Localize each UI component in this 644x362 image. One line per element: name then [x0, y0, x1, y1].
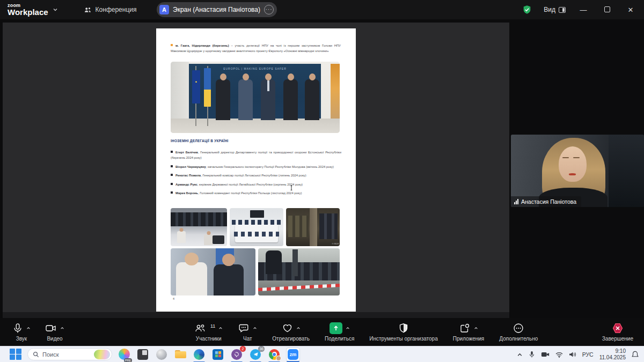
taskbar-app-zoom[interactable]: zm [286, 348, 300, 361]
taskbar-app-viber[interactable]: 2 [230, 348, 244, 361]
list-item: Егерт Белічев, Генеральний директор Депа… [171, 150, 341, 160]
person-silhouette [238, 79, 253, 120]
more-button[interactable]: Дополнительно [497, 321, 540, 343]
tab-conference-label: Конференция [96, 6, 137, 13]
tab-more-icon[interactable]: ··· [264, 5, 274, 14]
presentation-app-icon [137, 349, 148, 360]
end-meeting-icon [612, 322, 624, 334]
zoom-app-icon: zm [288, 349, 298, 360]
orange-bullet-icon [171, 44, 173, 46]
participants-count: 11 [210, 323, 215, 329]
participants-options-chevron[interactable] [218, 326, 223, 330]
participants-button[interactable]: 11 Участники [192, 321, 225, 343]
sphere-app-icon [156, 349, 167, 360]
maximize-button[interactable] [601, 6, 613, 14]
host-tools-button[interactable]: Инструменты организатора [367, 321, 440, 343]
taskbar-app-presentation[interactable] [136, 348, 150, 361]
store-icon [213, 349, 223, 360]
list-item: Армандс Рукс, керівник Державної поліції… [171, 182, 341, 187]
react-options-chevron[interactable] [296, 326, 301, 330]
person-silhouette [305, 79, 319, 120]
delegations-list: Егерт Белічев, Генеральний директор Депа… [171, 150, 341, 200]
tab-screen-share[interactable]: А Экран (Анастасия Паніотова) ··· [157, 2, 277, 17]
text-cursor [290, 185, 292, 191]
start-button[interactable] [9, 348, 23, 361]
shared-screen-region: м. Гаага, Нідерланди (березень) – участь… [3, 23, 509, 312]
list-item: Ренатас Пожела, Генеральний комісар полі… [171, 173, 341, 178]
security-shield-icon [522, 5, 532, 14]
taskbar-app-chrome[interactable] [267, 348, 281, 361]
tray-chevron-up-icon[interactable] [517, 352, 523, 358]
taskbar-app-copilot[interactable]: PRE [117, 348, 131, 361]
person-silhouette [261, 79, 275, 120]
windows-logo-icon [10, 349, 21, 360]
end-meeting-button[interactable]: Завершение [600, 321, 635, 343]
document-intro-paragraph: м. Гаага, Нідерланди (березень) – участь… [171, 43, 341, 54]
chat-button[interactable]: Чат [236, 321, 259, 343]
share-options-chevron[interactable] [346, 326, 350, 330]
person-silhouette [283, 79, 298, 120]
zoom-window-titlebar: zoom Workplace Конференция А Экран (Анас… [0, 0, 644, 19]
shared-document-page: м. Гаага, Нідерланди (березень) – участь… [156, 28, 356, 312]
chat-options-chevron[interactable] [253, 326, 257, 330]
host-tools-shield-icon [398, 323, 409, 334]
search-placeholder: Поиск [42, 351, 91, 358]
apps-button[interactable]: Приложения [451, 321, 487, 343]
minimize-button[interactable]: — [577, 6, 589, 14]
view-label: Вид [544, 6, 555, 13]
share-screen-button[interactable]: Поделиться [323, 321, 356, 343]
person-silhouette [216, 79, 230, 120]
photo-europol-delegation: EUROPOL | MAKING EUROPE SAFER [171, 62, 340, 133]
tray-camera-icon[interactable] [541, 351, 550, 358]
tab-conference[interactable]: Конференция [84, 6, 137, 14]
zoom-workplace-logo: zoom Workplace [8, 3, 58, 16]
tray-notification-bell-icon[interactable] [632, 351, 639, 358]
tray-time: 9:10 [616, 348, 626, 354]
participant-video-tile[interactable]: Анастасия Паніотова [511, 135, 644, 207]
copilot-pre-badge: PRE [124, 358, 132, 362]
zoom-meeting-toolbar: Звук Видео 11 Участники Чат [0, 318, 644, 346]
video-options-chevron[interactable] [60, 326, 64, 330]
meeting-main-area: м. Гаага, Нідерланди (березень) – участь… [0, 19, 644, 318]
video-button[interactable]: Видео [43, 321, 67, 343]
avatar: А [159, 5, 169, 14]
photo-meeting-room [230, 208, 283, 246]
chevron-down-icon[interactable] [53, 7, 58, 12]
audio-options-chevron[interactable] [26, 326, 31, 330]
tray-wifi-icon[interactable] [555, 352, 563, 358]
share-bottom-strip [3, 312, 509, 318]
tray-speaker-icon[interactable] [569, 351, 576, 358]
eu-flag [192, 70, 200, 104]
group-icon [84, 6, 92, 14]
camera-icon [45, 323, 57, 334]
react-button[interactable]: Отреагировать [270, 321, 312, 343]
close-button[interactable]: ✕ [625, 6, 636, 14]
list-item: Марек Боронь, Головний комендант поліції… [171, 190, 341, 196]
taskbar-app-telegram[interactable]: 36 [248, 348, 262, 361]
taskbar-app-browser-sphere[interactable] [155, 348, 169, 361]
telegram-badge: 36 [258, 346, 265, 352]
photo-situation-room [171, 208, 227, 246]
tab-screen-share-label: Экран (Анастасия Паніотова) [173, 6, 260, 13]
windows-taskbar: Поиск PRE [0, 346, 644, 362]
audio-button[interactable]: Звук [10, 321, 33, 343]
participant-name-label: Анастасия Паніотова [511, 196, 581, 207]
taskbar-app-store[interactable] [211, 348, 225, 361]
signal-bars-icon [514, 199, 518, 204]
logo-line2: Workplace [8, 8, 48, 16]
apps-options-chevron[interactable] [474, 326, 478, 330]
taskbar-app-file-explorer[interactable] [173, 348, 187, 361]
view-layout-icon [559, 7, 566, 13]
share-icon [330, 322, 342, 334]
view-button[interactable]: Вид [544, 6, 566, 13]
chrome-profile-avatar [276, 356, 281, 361]
apps-icon [459, 323, 471, 334]
search-icon [33, 351, 39, 358]
tray-clock[interactable]: 9:10 11.04.2025 [599, 348, 626, 361]
taskbar-app-edge[interactable] [192, 348, 206, 361]
tray-microphone-icon[interactable] [529, 351, 535, 358]
more-ellipsis-icon [513, 323, 524, 334]
search-highlight-image[interactable] [94, 350, 110, 359]
tray-language-indicator[interactable]: РУС [582, 351, 594, 358]
taskbar-search[interactable]: Поиск [27, 348, 112, 360]
